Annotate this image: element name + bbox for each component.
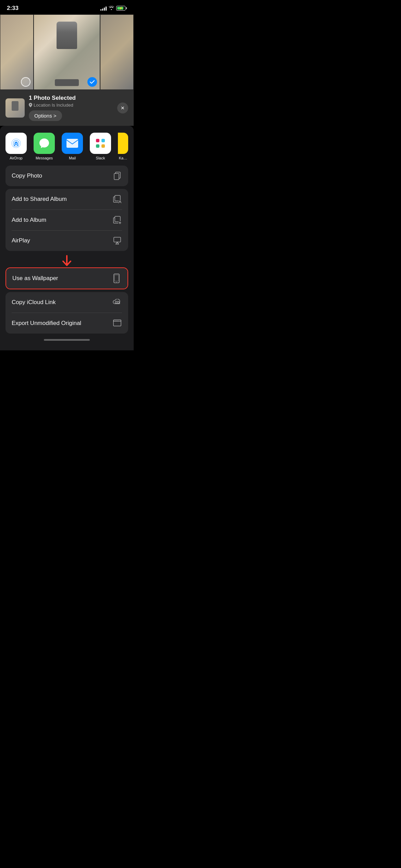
svg-rect-12 xyxy=(115,195,120,201)
svg-rect-24 xyxy=(114,275,119,281)
add-to-album-label: Add to Album xyxy=(12,217,46,224)
partial-label: Ka… xyxy=(119,156,127,160)
slack-icon xyxy=(90,133,111,154)
svg-rect-16 xyxy=(115,216,120,222)
add-album-icon xyxy=(112,215,122,225)
svg-point-25 xyxy=(116,282,117,282)
slack-label: Slack xyxy=(96,156,105,160)
home-indicator xyxy=(44,339,90,341)
status-bar: 2:33 ⚡ xyxy=(0,0,134,14)
app-item-slack[interactable]: Slack xyxy=(90,133,111,160)
signal-icon xyxy=(100,6,107,11)
battery-icon: ⚡ xyxy=(116,6,127,11)
copy-photo-icon xyxy=(112,171,122,181)
photo-check-main[interactable] xyxy=(87,77,97,87)
copy-photo-group: Copy Photo xyxy=(5,166,128,186)
app-item-partial[interactable]: Ka… xyxy=(118,133,128,160)
messages-label: Messages xyxy=(36,156,53,160)
wifi-icon xyxy=(109,5,114,11)
svg-rect-6 xyxy=(101,139,105,142)
photo-main[interactable] xyxy=(34,14,100,90)
use-as-wallpaper-label: Use as Wallpaper xyxy=(12,275,58,282)
share-thumbnail xyxy=(5,98,25,118)
app-item-messages[interactable]: Messages xyxy=(34,133,55,160)
airdrop-label: AirDrop xyxy=(10,156,22,160)
copy-photo-item[interactable]: Copy Photo xyxy=(5,166,128,186)
share-title: 1 Photo Selected xyxy=(29,95,113,101)
share-info: 1 Photo Selected Location Is Included Op… xyxy=(29,95,113,121)
add-to-album-item[interactable]: Add to Album xyxy=(5,210,128,230)
export-original-item[interactable]: Export Unmodified Original xyxy=(5,313,128,334)
svg-rect-0 xyxy=(9,136,23,150)
share-sheet: AirDrop Messages Mail xyxy=(0,126,134,350)
share-header: 1 Photo Selected Location Is Included Op… xyxy=(0,90,134,126)
mail-icon xyxy=(62,133,83,154)
airdrop-icon xyxy=(5,133,27,154)
airplay-label: AirPlay xyxy=(12,237,30,244)
svg-rect-8 xyxy=(101,144,105,148)
album-group: Add to Shared Album Add to Album xyxy=(5,189,128,251)
close-button[interactable]: ✕ xyxy=(117,103,128,113)
messages-icon xyxy=(34,133,55,154)
svg-rect-4 xyxy=(66,139,78,148)
photo-left[interactable] xyxy=(0,14,34,90)
copy-icloud-link-label: Copy iCloud Link xyxy=(12,299,56,306)
partial-app-icon xyxy=(118,133,128,154)
shared-album-icon xyxy=(112,194,122,204)
mail-label: Mail xyxy=(69,156,76,160)
airplay-item[interactable]: AirPlay xyxy=(5,230,128,251)
photo-check-left[interactable] xyxy=(21,77,31,87)
svg-rect-5 xyxy=(96,139,99,142)
wallpaper-icon xyxy=(112,274,121,283)
options-button[interactable]: Options > xyxy=(29,110,62,121)
status-icons: ⚡ xyxy=(100,5,127,11)
location-text: Location Is Included xyxy=(34,103,73,108)
export-original-label: Export Unmodified Original xyxy=(12,320,81,327)
export-group: Copy iCloud Link Export Unmodified Origi… xyxy=(5,292,128,334)
status-time: 2:33 xyxy=(7,5,19,12)
red-arrow xyxy=(0,254,134,267)
copy-photo-label: Copy Photo xyxy=(12,172,42,179)
svg-rect-7 xyxy=(96,144,99,148)
use-as-wallpaper-item[interactable]: Use as Wallpaper xyxy=(6,268,127,289)
app-item-airdrop[interactable]: AirDrop xyxy=(5,133,27,160)
svg-rect-20 xyxy=(114,237,121,242)
add-to-shared-album-label: Add to Shared Album xyxy=(12,196,67,203)
app-icons-row: AirDrop Messages Mail xyxy=(0,126,134,163)
copy-icloud-link-item[interactable]: Copy iCloud Link xyxy=(5,292,128,313)
share-location: Location Is Included xyxy=(29,103,113,108)
photo-background xyxy=(0,14,134,90)
use-as-wallpaper-wrapper: Use as Wallpaper xyxy=(5,267,128,289)
airplay-icon xyxy=(112,236,122,245)
app-item-mail[interactable]: Mail xyxy=(62,133,83,160)
svg-rect-28 xyxy=(113,320,121,321)
svg-rect-10 xyxy=(114,173,119,180)
photo-right[interactable] xyxy=(100,14,134,90)
icloud-link-icon xyxy=(112,298,122,307)
add-to-shared-album-item[interactable]: Add to Shared Album xyxy=(5,189,128,209)
export-icon xyxy=(112,318,122,328)
